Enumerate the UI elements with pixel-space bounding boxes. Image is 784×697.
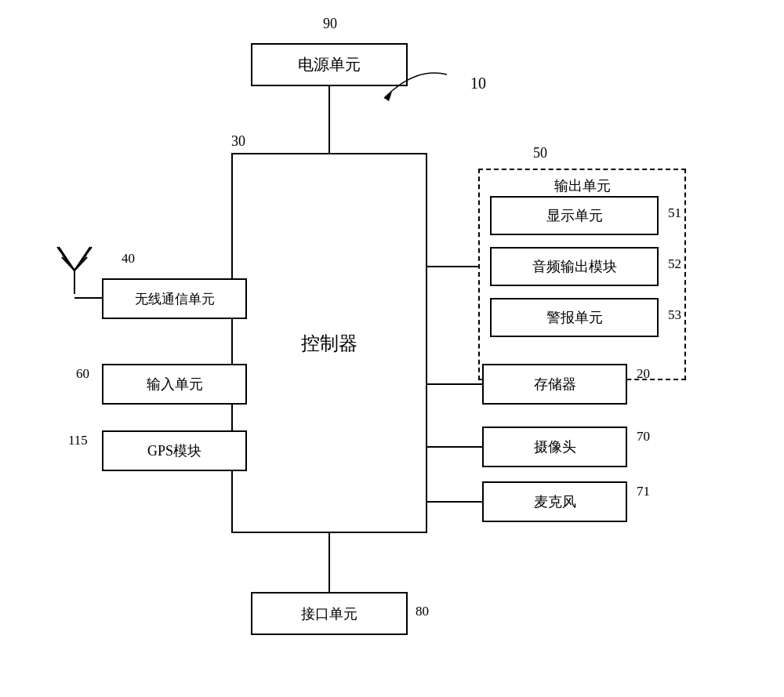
controller-box: 控制器: [231, 153, 427, 533]
input-unit-label: 输入单元: [147, 375, 203, 394]
gps-module-label: GPS模块: [147, 441, 201, 460]
display-unit-label: 显示单元: [546, 206, 603, 225]
camera-label: 摄像头: [534, 437, 576, 456]
microphone-label: 麦克风: [534, 492, 576, 511]
microphone-box: 麦克风: [482, 481, 627, 522]
display-unit-box: 显示单元: [490, 196, 659, 235]
display-unit-id: 51: [668, 205, 681, 221]
antenna-icon: [51, 235, 102, 298]
input-unit-box: 输入单元: [102, 364, 247, 405]
svg-line-20: [74, 257, 87, 270]
alarm-unit-id: 53: [668, 307, 681, 323]
wireless-comm-id: 40: [122, 251, 135, 267]
system-arrow: [353, 59, 494, 122]
input-unit-id: 60: [76, 366, 89, 382]
controller-label: 控制器: [301, 331, 358, 356]
storage-box: 存储器: [482, 364, 627, 405]
power-unit-label: 电源单元: [298, 54, 361, 75]
diagram: 电源单元 90 控制器 30 输出单元 50 显示单元 51 音频输出模块 52…: [0, 0, 784, 697]
camera-box: 摄像头: [482, 427, 627, 467]
alarm-unit-box: 警报单元: [490, 298, 659, 337]
wireless-comm-box: 无线通信单元: [102, 278, 247, 319]
controller-id: 30: [231, 133, 245, 150]
interface-unit-id: 80: [416, 604, 429, 619]
svg-line-19: [62, 257, 74, 270]
interface-unit-box: 接口单元: [251, 592, 408, 635]
storage-label: 存储器: [534, 375, 576, 394]
output-unit-label: 输出单元: [554, 176, 611, 195]
output-unit-id: 50: [533, 145, 547, 162]
gps-module-id: 115: [68, 433, 88, 448]
camera-id: 70: [637, 429, 650, 445]
audio-output-label: 音频输出模块: [532, 257, 617, 276]
storage-id: 20: [637, 366, 650, 382]
alarm-unit-label: 警报单元: [546, 308, 603, 327]
audio-output-id: 52: [668, 256, 681, 272]
wireless-comm-label: 无线通信单元: [135, 290, 215, 308]
power-unit-id: 90: [323, 16, 337, 32]
audio-output-box: 音频输出模块: [490, 247, 659, 286]
interface-unit-label: 接口单元: [301, 604, 358, 623]
microphone-id: 71: [637, 484, 650, 499]
gps-module-box: GPS模块: [102, 430, 247, 471]
